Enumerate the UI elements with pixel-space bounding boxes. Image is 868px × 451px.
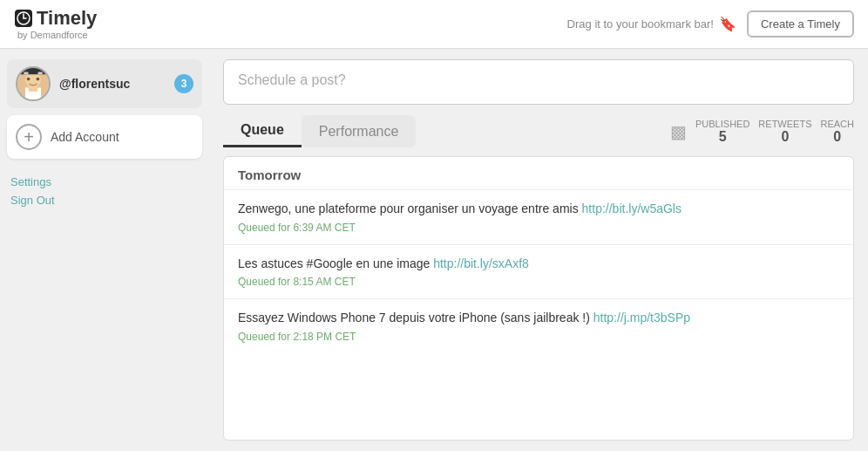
svg-rect-7: [29, 85, 38, 92]
schedule-placeholder: Schedule a post?: [238, 72, 346, 87]
stat-retweets: RETWEETS 0: [758, 119, 811, 145]
content-area: Schedule a post? Queue Performance ▩ PUB…: [209, 49, 868, 451]
settings-link[interactable]: Settings: [10, 173, 199, 191]
post-link[interactable]: http://j.mp/t3bSPp: [593, 311, 690, 325]
posts-list: Zenwego, une plateforme pour organiser u…: [224, 189, 853, 353]
app-container: Timely by Demandforce Drag it to your bo…: [0, 0, 868, 451]
add-account-item[interactable]: + Add Account: [7, 115, 202, 159]
post-text: Essayez Windows Phone 7 depuis votre iPh…: [238, 310, 839, 327]
add-icon: +: [16, 124, 42, 150]
svg-rect-10: [17, 68, 49, 74]
sign-out-link[interactable]: Sign Out: [10, 191, 199, 209]
post-text: Les astuces #Google en une image http://…: [238, 256, 839, 273]
retweets-value: 0: [781, 129, 789, 145]
logo-clock-icon: [14, 9, 33, 28]
svg-rect-11: [24, 72, 28, 75]
post-meta: Queued for 6:39 AM CET: [238, 222, 839, 234]
account-name: @florentsuc: [59, 77, 174, 91]
logo-sub: by Demandforce: [17, 30, 97, 41]
create-timely-button[interactable]: Create a Timely: [747, 10, 854, 38]
post-link[interactable]: http://bit.ly/sxAxf8: [433, 256, 529, 270]
add-account-label: Add Account: [51, 130, 119, 144]
svg-rect-12: [37, 72, 42, 75]
schedule-input-container[interactable]: Schedule a post?: [223, 59, 854, 105]
avatar-svg: [17, 68, 49, 99]
sidebar-links: Settings Sign Out: [7, 166, 202, 216]
published-label: PUBLISHED: [695, 119, 749, 129]
stats-area: ▩ PUBLISHED 5 RETWEETS 0 REACH 0: [670, 119, 854, 145]
tabs-stats-row: Queue Performance ▩ PUBLISHED 5 RETWEETS…: [223, 115, 854, 147]
stat-published: PUBLISHED 5: [695, 119, 749, 145]
tabs: Queue Performance: [223, 115, 416, 147]
account-item[interactable]: @florentsuc 3: [7, 59, 202, 108]
logo-title: Timely: [14, 7, 97, 30]
reach-label: REACH: [820, 119, 854, 129]
reach-value: 0: [833, 129, 841, 145]
svg-point-8: [27, 78, 31, 81]
stat-reach: REACH 0: [820, 119, 854, 145]
bookmark-icon: 🔖: [719, 16, 736, 32]
bookmark-hint-text: Drag it to your bookmark bar!: [567, 17, 714, 31]
account-badge: 3: [174, 74, 193, 93]
post-text: Zenwego, une plateforme pour organiser u…: [238, 201, 839, 218]
header-right: Drag it to your bookmark bar! 🔖 Create a…: [567, 10, 854, 38]
logo-text: Timely: [37, 7, 97, 30]
svg-point-9: [37, 78, 40, 81]
tab-performance[interactable]: Performance: [302, 115, 417, 147]
post-meta: Queued for 2:18 PM CET: [238, 331, 839, 343]
list-item: Essayez Windows Phone 7 depuis votre iPh…: [224, 298, 853, 353]
tab-queue[interactable]: Queue: [223, 115, 302, 147]
header: Timely by Demandforce Drag it to your bo…: [0, 0, 868, 49]
section-label: Tomorrow: [224, 157, 853, 189]
avatar: [16, 66, 51, 101]
list-item: Les astuces #Google en une image http://…: [224, 244, 853, 299]
retweets-label: RETWEETS: [758, 119, 811, 129]
sidebar: @florentsuc 3 + Add Account Settings Sig…: [0, 49, 209, 451]
posts-container: Tomorrow Zenwego, une plateforme pour or…: [223, 156, 854, 441]
bar-chart-icon: ▩: [670, 121, 687, 142]
main-layout: @florentsuc 3 + Add Account Settings Sig…: [0, 49, 868, 451]
list-item: Zenwego, une plateforme pour organiser u…: [224, 189, 853, 244]
bookmark-hint: Drag it to your bookmark bar! 🔖: [567, 16, 736, 32]
published-value: 5: [719, 129, 727, 145]
logo-area: Timely by Demandforce: [14, 7, 97, 42]
post-link[interactable]: http://bit.ly/w5aGls: [582, 202, 682, 215]
post-meta: Queued for 8:15 AM CET: [238, 276, 839, 288]
clock-svg: [14, 9, 33, 28]
